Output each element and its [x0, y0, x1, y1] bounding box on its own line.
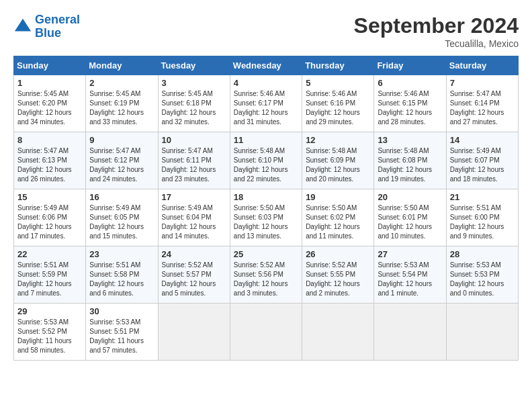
day-info: Sunrise: 5:49 AM Sunset: 6:07 PM Dayligh… [450, 146, 515, 184]
day-info: Sunrise: 5:50 AM Sunset: 6:01 PM Dayligh… [378, 203, 442, 241]
day-info: Sunrise: 5:48 AM Sunset: 6:10 PM Dayligh… [234, 146, 298, 184]
day-info: Sunrise: 5:53 AM Sunset: 5:52 PM Dayligh… [17, 318, 82, 355]
logo-icon [13, 17, 32, 36]
day-number: 2 [89, 78, 154, 88]
day-cell: 17Sunrise: 5:49 AM Sunset: 6:04 PM Dayli… [158, 189, 230, 246]
calendar-body: 1Sunrise: 5:45 AM Sunset: 6:20 PM Daylig… [14, 75, 519, 361]
day-info: Sunrise: 5:53 AM Sunset: 5:51 PM Dayligh… [89, 318, 154, 355]
day-number: 7 [450, 78, 515, 88]
day-info: Sunrise: 5:47 AM Sunset: 6:12 PM Dayligh… [89, 146, 154, 184]
day-cell [230, 304, 302, 361]
week-row-3: 15Sunrise: 5:49 AM Sunset: 6:06 PM Dayli… [14, 189, 519, 246]
day-cell [374, 304, 446, 361]
location: Tecualilla, Mexico [354, 38, 519, 49]
day-info: Sunrise: 5:45 AM Sunset: 6:18 PM Dayligh… [162, 89, 226, 127]
day-number: 12 [306, 135, 370, 145]
day-info: Sunrise: 5:52 AM Sunset: 5:55 PM Dayligh… [306, 261, 370, 298]
day-info: Sunrise: 5:53 AM Sunset: 5:54 PM Dayligh… [378, 261, 442, 298]
day-cell: 21Sunrise: 5:51 AM Sunset: 6:00 PM Dayli… [446, 189, 518, 246]
day-info: Sunrise: 5:50 AM Sunset: 6:02 PM Dayligh… [306, 203, 370, 241]
logo: GeneralBlue [13, 13, 80, 40]
day-info: Sunrise: 5:50 AM Sunset: 6:03 PM Dayligh… [234, 203, 298, 241]
day-cell: 12Sunrise: 5:48 AM Sunset: 6:09 PM Dayli… [302, 132, 374, 189]
day-number: 30 [89, 306, 154, 316]
day-number: 17 [162, 192, 226, 202]
col-header-tuesday: Tuesday [158, 56, 230, 75]
header-row: SundayMondayTuesdayWednesdayThursdayFrid… [14, 56, 519, 75]
day-cell: 22Sunrise: 5:51 AM Sunset: 5:59 PM Dayli… [14, 246, 86, 304]
day-cell: 30Sunrise: 5:53 AM Sunset: 5:51 PM Dayli… [86, 304, 158, 361]
day-cell: 5Sunrise: 5:46 AM Sunset: 6:16 PM Daylig… [302, 75, 374, 132]
day-number: 13 [378, 135, 442, 145]
day-cell: 20Sunrise: 5:50 AM Sunset: 6:01 PM Dayli… [374, 189, 446, 246]
day-number: 24 [162, 249, 226, 259]
day-cell: 18Sunrise: 5:50 AM Sunset: 6:03 PM Dayli… [230, 189, 302, 246]
day-cell: 6Sunrise: 5:46 AM Sunset: 6:15 PM Daylig… [374, 75, 446, 132]
day-cell: 24Sunrise: 5:52 AM Sunset: 5:57 PM Dayli… [158, 246, 230, 304]
day-cell: 10Sunrise: 5:47 AM Sunset: 6:11 PM Dayli… [158, 132, 230, 189]
day-cell [302, 304, 374, 361]
calendar-table: SundayMondayTuesdayWednesdayThursdayFrid… [13, 56, 519, 361]
day-info: Sunrise: 5:51 AM Sunset: 5:59 PM Dayligh… [17, 261, 82, 298]
col-header-saturday: Saturday [446, 56, 518, 75]
day-info: Sunrise: 5:52 AM Sunset: 5:56 PM Dayligh… [234, 261, 298, 298]
day-cell: 19Sunrise: 5:50 AM Sunset: 6:02 PM Dayli… [302, 189, 374, 246]
calendar-header: SundayMondayTuesdayWednesdayThursdayFrid… [14, 56, 519, 75]
day-number: 28 [450, 249, 515, 259]
day-number: 27 [378, 249, 442, 259]
day-number: 9 [89, 135, 154, 145]
day-number: 26 [306, 249, 370, 259]
day-number: 29 [17, 306, 82, 316]
day-cell: 13Sunrise: 5:48 AM Sunset: 6:08 PM Dayli… [374, 132, 446, 189]
day-number: 4 [234, 78, 298, 88]
day-number: 19 [306, 192, 370, 202]
day-cell: 26Sunrise: 5:52 AM Sunset: 5:55 PM Dayli… [302, 246, 374, 304]
day-number: 6 [378, 78, 442, 88]
month-title: September 2024 [354, 13, 519, 38]
day-info: Sunrise: 5:52 AM Sunset: 5:57 PM Dayligh… [162, 261, 226, 298]
day-cell: 7Sunrise: 5:47 AM Sunset: 6:14 PM Daylig… [446, 75, 518, 132]
day-cell: 16Sunrise: 5:49 AM Sunset: 6:05 PM Dayli… [86, 189, 158, 246]
week-row-4: 22Sunrise: 5:51 AM Sunset: 5:59 PM Dayli… [14, 246, 519, 304]
title-block: September 2024 Tecualilla, Mexico [354, 13, 519, 49]
day-info: Sunrise: 5:47 AM Sunset: 6:13 PM Dayligh… [17, 146, 82, 184]
day-cell: 14Sunrise: 5:49 AM Sunset: 6:07 PM Dayli… [446, 132, 518, 189]
day-info: Sunrise: 5:45 AM Sunset: 6:20 PM Dayligh… [17, 89, 82, 127]
day-cell: 2Sunrise: 5:45 AM Sunset: 6:19 PM Daylig… [86, 75, 158, 132]
day-number: 21 [450, 192, 515, 202]
day-cell: 25Sunrise: 5:52 AM Sunset: 5:56 PM Dayli… [230, 246, 302, 304]
col-header-friday: Friday [374, 56, 446, 75]
page-header: GeneralBlue September 2024 Tecualilla, M… [13, 13, 519, 49]
day-cell [158, 304, 230, 361]
day-info: Sunrise: 5:48 AM Sunset: 6:09 PM Dayligh… [306, 146, 370, 184]
day-cell: 4Sunrise: 5:46 AM Sunset: 6:17 PM Daylig… [230, 75, 302, 132]
day-info: Sunrise: 5:48 AM Sunset: 6:08 PM Dayligh… [378, 146, 442, 184]
day-number: 15 [17, 192, 82, 202]
day-number: 22 [17, 249, 82, 259]
day-number: 1 [17, 78, 82, 88]
day-info: Sunrise: 5:49 AM Sunset: 6:04 PM Dayligh… [162, 203, 226, 241]
day-cell: 3Sunrise: 5:45 AM Sunset: 6:18 PM Daylig… [158, 75, 230, 132]
day-info: Sunrise: 5:46 AM Sunset: 6:15 PM Dayligh… [378, 89, 442, 127]
day-cell: 27Sunrise: 5:53 AM Sunset: 5:54 PM Dayli… [374, 246, 446, 304]
day-number: 14 [450, 135, 515, 145]
day-info: Sunrise: 5:49 AM Sunset: 6:06 PM Dayligh… [17, 203, 82, 241]
day-number: 20 [378, 192, 442, 202]
day-info: Sunrise: 5:47 AM Sunset: 6:11 PM Dayligh… [162, 146, 226, 184]
day-cell [446, 304, 518, 361]
day-info: Sunrise: 5:45 AM Sunset: 6:19 PM Dayligh… [89, 89, 154, 127]
week-row-1: 1Sunrise: 5:45 AM Sunset: 6:20 PM Daylig… [14, 75, 519, 132]
col-header-sunday: Sunday [14, 56, 86, 75]
logo-text: GeneralBlue [35, 13, 80, 40]
day-cell: 1Sunrise: 5:45 AM Sunset: 6:20 PM Daylig… [14, 75, 86, 132]
day-cell: 9Sunrise: 5:47 AM Sunset: 6:12 PM Daylig… [86, 132, 158, 189]
day-number: 25 [234, 249, 298, 259]
day-info: Sunrise: 5:47 AM Sunset: 6:14 PM Dayligh… [450, 89, 515, 127]
svg-marker-0 [15, 19, 31, 32]
col-header-thursday: Thursday [302, 56, 374, 75]
day-info: Sunrise: 5:51 AM Sunset: 6:00 PM Dayligh… [450, 203, 515, 241]
day-number: 11 [234, 135, 298, 145]
day-cell: 28Sunrise: 5:53 AM Sunset: 5:53 PM Dayli… [446, 246, 518, 304]
day-info: Sunrise: 5:46 AM Sunset: 6:17 PM Dayligh… [234, 89, 298, 127]
day-number: 5 [306, 78, 370, 88]
